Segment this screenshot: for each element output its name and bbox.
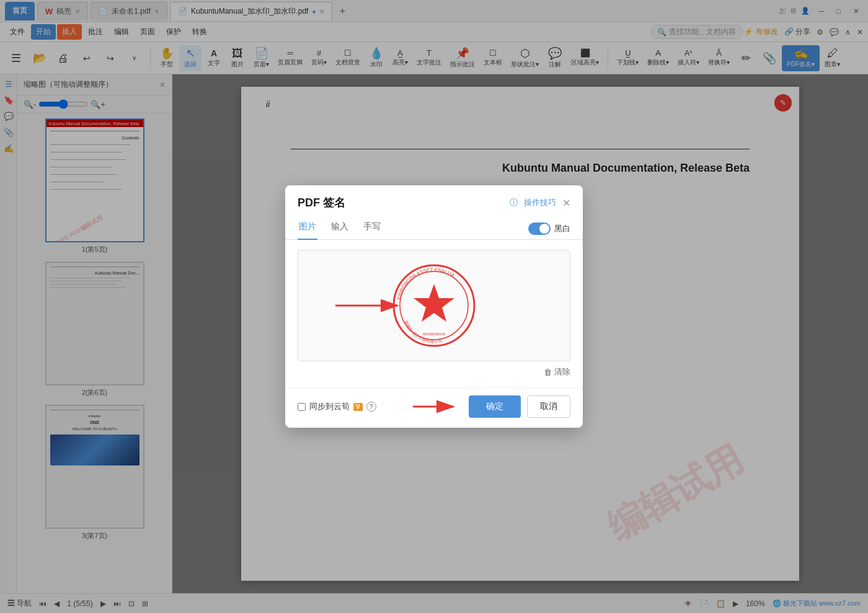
modal-footer: 同步到云筍 V ? 确定 取消 bbox=[285, 387, 583, 428]
tips-icon: ⓘ bbox=[510, 197, 518, 208]
tips-label[interactable]: 操作技巧 bbox=[524, 197, 556, 208]
sync-label: 同步到云筍 bbox=[309, 401, 350, 412]
bw-toggle-area: 黑白 bbox=[528, 223, 570, 235]
cancel-button[interactable]: 取消 bbox=[527, 395, 570, 418]
question-icon[interactable]: ? bbox=[366, 402, 376, 412]
tab-input[interactable]: 输入 bbox=[330, 218, 350, 240]
modal-body: XINRONGDA ASSET ENALUA... 湖南市木沙印章有限公司 00… bbox=[285, 240, 583, 387]
modal-tabs: 图片 输入 手写 黑白 bbox=[285, 210, 583, 240]
pdf-sign-modal: PDF 签名 ⓘ 操作技巧 ✕ 图片 输入 手写 黑白 bbox=[285, 185, 583, 428]
footer-button-area: 确定 取消 bbox=[469, 395, 570, 418]
confirm-button[interactable]: 确定 bbox=[469, 395, 521, 418]
footer-arrow bbox=[413, 397, 463, 416]
bw-label: 黑白 bbox=[554, 223, 570, 234]
bw-toggle[interactable] bbox=[528, 223, 551, 235]
vip-badge: V bbox=[353, 403, 363, 411]
modal-header: PDF 签名 ⓘ 操作技巧 ✕ bbox=[285, 185, 583, 210]
modal-title: PDF 签名 bbox=[298, 195, 345, 210]
sync-checkbox-area: 同步到云筍 V ? bbox=[298, 401, 376, 412]
sync-checkbox[interactable] bbox=[298, 403, 306, 411]
svg-marker-4 bbox=[414, 284, 454, 322]
modal-buttons: 确定 取消 bbox=[469, 395, 570, 418]
tab-image[interactable]: 图片 bbox=[298, 218, 317, 240]
tab-handwrite[interactable]: 手写 bbox=[362, 218, 382, 240]
svg-text:XINRONGDA ASSET ENALUA...: XINRONGDA ASSET ENALUA... bbox=[396, 267, 459, 301]
trash-icon: 🗑 bbox=[544, 368, 552, 377]
modal-clear-area: 🗑 清除 bbox=[298, 366, 570, 377]
svg-text:00305086600: 00305086600 bbox=[423, 332, 446, 336]
modal-close-button[interactable]: ✕ bbox=[562, 197, 570, 209]
modal-canvas: XINRONGDA ASSET ENALUA... 湖南市木沙印章有限公司 00… bbox=[298, 250, 570, 361]
stamp-seal: XINRONGDA ASSET ENALUA... 湖南市木沙印章有限公司 00… bbox=[391, 262, 477, 349]
clear-label[interactable]: 清除 bbox=[554, 366, 570, 377]
toggle-knob bbox=[539, 224, 549, 234]
modal-header-right: ⓘ 操作技巧 ✕ bbox=[510, 197, 570, 209]
modal-overlay: PDF 签名 ⓘ 操作技巧 ✕ 图片 输入 手写 黑白 bbox=[0, 0, 868, 613]
